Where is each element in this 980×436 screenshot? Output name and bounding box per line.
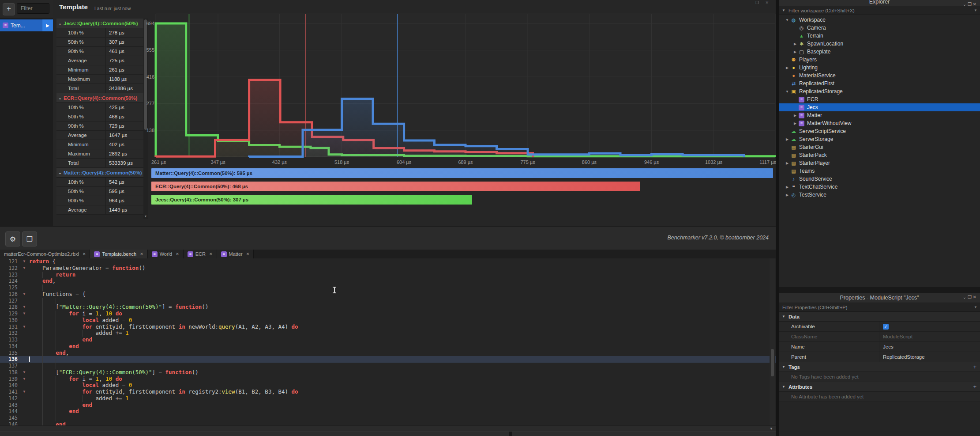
editor-line[interactable]: 132 added += 1 — [0, 330, 776, 337]
tree-item-materialservice[interactable]: ●MaterialService — [779, 72, 980, 80]
editor-line[interactable]: 146 end, — [0, 421, 776, 425]
property-row-parent[interactable]: ParentReplicatedStorage — [779, 352, 980, 362]
editor-line[interactable]: 122▼ ParameterGenerator = function() — [0, 265, 776, 272]
editor-line[interactable]: 141▼ for entityId, firstComponent in reg… — [0, 389, 776, 395]
close-icon[interactable]: ✕ — [246, 252, 250, 256]
tree-item-jecs[interactable]: ≡Jecs — [779, 103, 980, 111]
close-icon[interactable]: ✕ — [176, 252, 179, 256]
tree-item-camera[interactable]: ◎Camera — [779, 24, 980, 32]
properties-filter-row[interactable]: Filter Properties (Ctrl+Shift+P) ▼ — [779, 303, 980, 312]
add-icon[interactable]: + — [973, 364, 976, 370]
stats-section-header[interactable]: ⌄Matter::Query(4)::Common(50%) — [56, 168, 143, 178]
docs-button[interactable]: ❐ — [22, 231, 37, 246]
tree-item-startergui[interactable]: ▤StarterGui — [779, 143, 980, 151]
editor-line[interactable]: 124 end, — [0, 278, 776, 284]
tree-item-ecr[interactable]: ≡ECR — [779, 95, 980, 103]
editor-line[interactable]: 137 — [0, 363, 776, 369]
close-icon[interactable]: ✕ — [83, 252, 86, 256]
tree-item-matterwithoutview[interactable]: ▶≡MatterWithoutView — [779, 119, 980, 127]
settings-button[interactable]: ⚙ — [5, 231, 20, 246]
editor-line[interactable]: 126▼ Functions = { — [0, 291, 776, 298]
tree-item-teams[interactable]: ▤Teams — [779, 167, 980, 175]
close-icon[interactable]: ✕ — [140, 252, 143, 256]
stats-section-header[interactable]: ⌄Jecs::Query(4)::Common(50%) — [56, 19, 143, 28]
fold-arrow-icon[interactable]: ▼ — [21, 311, 27, 317]
tree-item-players[interactable]: ⚉Players — [779, 56, 980, 64]
scroll-corner-icon[interactable]: ▼ — [770, 427, 773, 431]
properties-filter-dropdown-icon[interactable]: ▼ — [974, 305, 977, 309]
add-benchmark-button[interactable]: + — [3, 3, 15, 15]
tree-item-textchatservice[interactable]: ▶❝TextChatService — [779, 183, 980, 191]
editor-line[interactable]: 129▼ for i = 1, 10 do — [0, 311, 776, 317]
fold-arrow-icon[interactable]: ▼ — [21, 304, 27, 311]
add-icon[interactable]: + — [973, 383, 976, 390]
tree-item-replicatedstorage[interactable]: ▼▣ReplicatedStorage — [779, 87, 980, 95]
tree-item-replicatedfirst[interactable]: ⇄ReplicatedFirst — [779, 80, 980, 87]
chevron-right-icon[interactable]: ▶ — [784, 66, 790, 70]
editor-horizontal-scrollbar[interactable]: ▼ — [0, 425, 776, 432]
chevron-right-icon[interactable]: ▶ — [792, 42, 798, 46]
editor-line[interactable]: 131▼ for entityId, firstComponent in new… — [0, 324, 776, 330]
tree-item-starterpack[interactable]: ▤StarterPack — [779, 151, 980, 159]
explorer-window-icons[interactable]: ⌄ ❐ ✕ — [963, 2, 976, 6]
tree-item-testservice[interactable]: ▶◴TestService — [779, 191, 980, 199]
editor-line[interactable]: 128▼ ["Matter::Query(4)::Common(50%)"] =… — [0, 304, 776, 311]
chevron-down-icon[interactable]: ▼ — [784, 90, 790, 94]
editor-line[interactable]: 123 return — [0, 272, 776, 278]
panel-divider[interactable] — [776, 0, 779, 436]
stats-section-header[interactable]: ⌄ECR::Query(4)::Common(50%) — [56, 93, 143, 103]
property-row-classname[interactable]: ClassNameModuleScript — [779, 332, 980, 342]
tab-matterecr-common-optimize2-rbxl[interactable]: matterEcr-Common-Optimize2.rbxl✕ — [0, 250, 90, 258]
benchmark-window-icons[interactable]: ❐ ✕ — [755, 0, 771, 5]
fold-arrow-icon[interactable]: ▼ — [21, 258, 27, 265]
properties-section-data[interactable]: ▼Data — [779, 312, 980, 322]
tree-item-matter[interactable]: ▶≡Matter — [779, 111, 980, 119]
editor-line[interactable]: 133 end — [0, 337, 776, 343]
editor-line[interactable]: 127 — [0, 298, 776, 304]
chevron-right-icon[interactable]: ▶ — [784, 137, 790, 141]
property-row-name[interactable]: NameJecs — [779, 342, 980, 352]
editor-line[interactable]: 144 end — [0, 408, 776, 415]
tree-item-terrain[interactable]: ▲Terrain — [779, 32, 980, 40]
tree-item-soundservice[interactable]: ♪SoundService — [779, 175, 980, 183]
chevron-down-icon[interactable]: ▼ — [784, 18, 790, 22]
editor-line[interactable]: 130 local added = 0 — [0, 317, 776, 324]
tab-world[interactable]: ≡World✕ — [148, 250, 184, 258]
explorer-filter-dropdown-icon[interactable]: ▼ — [974, 8, 977, 12]
editor-line[interactable]: 121▼return { — [0, 258, 776, 265]
properties-section-attributes[interactable]: ▼Attributes+ — [779, 382, 980, 392]
chevron-right-icon[interactable]: ▶ — [792, 114, 798, 118]
editor-vscroll-thumb[interactable] — [771, 349, 774, 376]
fold-arrow-icon[interactable]: ▼ — [21, 265, 27, 272]
editor-line[interactable]: 139▼ for i = 1, 10 do — [0, 376, 776, 383]
editor-line[interactable]: 136 — [0, 356, 776, 363]
editor-vertical-scrollbar[interactable] — [770, 258, 775, 425]
fold-arrow-icon[interactable]: ▼ — [21, 324, 27, 330]
tree-item-starterplayer[interactable]: ▶▤StarterPlayer — [779, 159, 980, 167]
chevron-right-icon[interactable]: ▶ — [792, 50, 798, 54]
editor-line[interactable]: 135 end, — [0, 350, 776, 356]
properties-window-icons[interactable]: ⌄ ❐ ✕ — [963, 295, 976, 300]
explorer-properties-divider[interactable] — [779, 287, 980, 293]
property-row-archivable[interactable]: Archivable✓ — [779, 322, 980, 332]
tab-ecr[interactable]: ≡ECR✕ — [184, 250, 217, 258]
tree-item-spawnlocation[interactable]: ▶✱SpawnLocation — [779, 40, 980, 48]
fold-arrow-icon[interactable]: ▼ — [21, 376, 27, 383]
chevron-right-icon[interactable]: ▶ — [784, 193, 790, 197]
editor-line[interactable]: 143 end — [0, 402, 776, 409]
editor-line[interactable]: 145 — [0, 415, 776, 421]
stats-scroll-down-icon[interactable]: ▼ — [143, 214, 148, 219]
editor-line[interactable]: 125 — [0, 284, 776, 291]
tab-matter[interactable]: ≡Matter✕ — [217, 250, 254, 258]
tree-item-serverscriptservice[interactable]: ☁ServerScriptService — [779, 127, 980, 135]
close-icon[interactable]: ✕ — [209, 252, 213, 256]
fold-arrow-icon[interactable]: ▼ — [21, 291, 27, 298]
tree-item-baseplate[interactable]: ▶▢Baseplate — [779, 48, 980, 56]
tree-item-workspace[interactable]: ▼◍Workspace — [779, 16, 980, 24]
properties-section-tags[interactable]: ▼Tags+ — [779, 362, 980, 372]
editor-line[interactable]: 142 added += 1 — [0, 395, 776, 402]
script-editor[interactable]: 121▼return {122▼ ParameterGenerator = fu… — [0, 258, 776, 425]
file-list-filter-input[interactable] — [17, 3, 49, 14]
editor-line[interactable]: 140 local added = 0 — [0, 382, 776, 389]
checkbox-checked[interactable]: ✓ — [883, 324, 889, 330]
